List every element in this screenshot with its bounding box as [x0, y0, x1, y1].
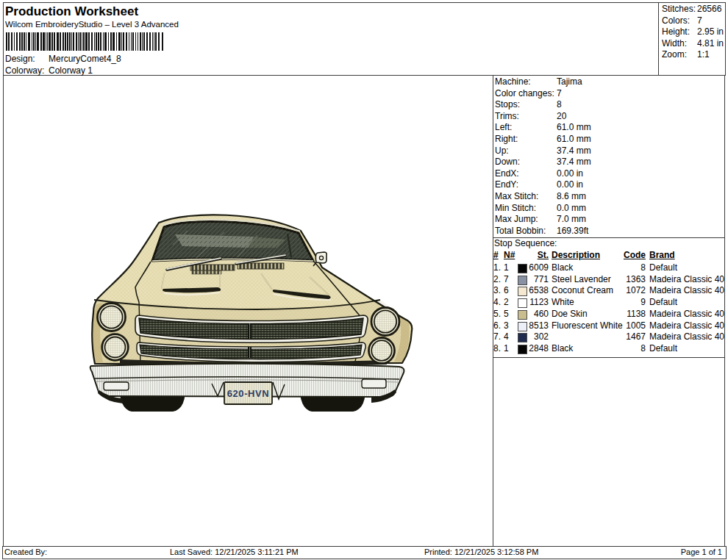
- barcode-icon: [6, 32, 164, 51]
- summary-row: Width:4.81 in: [659, 38, 725, 50]
- stop-stitches: 6009: [523, 262, 549, 273]
- footer-created-by: Created By:: [4, 548, 47, 556]
- stop-stitches: 6538: [523, 285, 549, 295]
- footer-last-saved: Last Saved: 12/21/2025 3:11:21 PM: [170, 548, 299, 556]
- stop-num: 5.: [493, 309, 501, 319]
- machine-info-row: Up:37.4 mm: [493, 146, 724, 157]
- summary-row: Zoom:1:1: [659, 49, 725, 61]
- thread-description: Doe Skin: [552, 309, 588, 319]
- machine-info-label: Down:: [495, 157, 520, 168]
- summary-row: Height:2.95 in: [659, 26, 725, 38]
- machine-info-row: Left:61.0 mm: [493, 122, 724, 134]
- thread-code: 1005: [604, 320, 646, 331]
- thread-code: 9: [604, 297, 646, 307]
- summary-value: 1:1: [697, 49, 710, 61]
- header-box: Production Worksheet Wilcom EmbroiderySt…: [3, 2, 726, 76]
- machine-info-value: 8.6 mm: [557, 191, 586, 203]
- thread-brand: Madeira Classic 40: [649, 320, 724, 331]
- machine-info-label: Machine:: [495, 76, 531, 88]
- machine-info-row: Right:61.0 mm: [493, 134, 724, 146]
- col-header-num: #: [493, 250, 499, 260]
- machine-info-value: 20: [557, 111, 566, 123]
- thread-description: Black: [552, 262, 573, 273]
- thread-brand: Madeira Classic 40: [649, 309, 724, 319]
- col-header-description: Description: [552, 250, 600, 260]
- machine-info-row: Trims:20: [493, 111, 724, 123]
- machine-info-row: Color changes:7: [493, 88, 724, 100]
- machine-info-value: Tajima: [557, 76, 582, 88]
- stop-stitches: 771: [523, 274, 549, 284]
- thread-brand: Default: [649, 343, 677, 353]
- thread-description: Black: [552, 343, 573, 353]
- machine-info-value: 7.0 mm: [557, 214, 586, 226]
- machine-info-label: Max Jump:: [495, 214, 538, 226]
- machine-info-value: 37.4 mm: [557, 157, 591, 168]
- thread-brand: Default: [649, 262, 677, 273]
- machine-info-value: 61.0 mm: [557, 122, 591, 134]
- summary-row: Stitches:26566: [659, 4, 725, 15]
- thread-description: Steel Lavender: [552, 274, 611, 284]
- col-header-stitches: St.: [523, 250, 549, 260]
- machine-info-value: 0.00 in: [557, 168, 583, 180]
- machine-info-row: Down:37.4 mm: [493, 157, 724, 168]
- thread-brand: Default: [649, 297, 677, 307]
- stop-num: 2.: [493, 274, 501, 284]
- col-header-needle: N#: [504, 250, 515, 260]
- footer-bar: Created By: Last Saved: 12/21/2025 3:11:…: [2, 546, 727, 559]
- machine-panel: Machine:TajimaColor changes:7Stops:8Trim…: [493, 76, 725, 546]
- footer-printed: Printed: 12/21/2025 3:12:58 PM: [424, 548, 538, 556]
- stop-num: 3.: [493, 285, 501, 295]
- stop-num: 4.: [493, 297, 501, 307]
- stop-num: 1.: [493, 262, 501, 273]
- stop-needle: 3: [504, 320, 509, 331]
- machine-info-label: EndX:: [495, 168, 519, 180]
- license-plate: 620-HVN: [224, 382, 272, 404]
- stop-num: 8.: [493, 343, 501, 353]
- license-plate-text: 620-HVN: [227, 388, 270, 399]
- summary-value: 2.95 in: [697, 26, 724, 38]
- machine-info-row: EndX:0.00 in: [493, 168, 724, 180]
- summary-value: 7: [697, 15, 702, 27]
- thread-code: 1072: [604, 285, 646, 295]
- machine-info-value: 37.4 mm: [557, 146, 591, 157]
- thread-code: 1363: [604, 274, 646, 284]
- stop-needle: 4: [504, 331, 509, 342]
- page-title: Production Worksheet: [5, 4, 138, 19]
- stop-needle: 2: [504, 297, 509, 307]
- colorway-value: Colorway 1: [49, 65, 93, 76]
- machine-info-label: Max Stitch:: [495, 191, 538, 203]
- stop-needle: 7: [504, 274, 509, 284]
- machine-info-value: 0.0 mm: [557, 203, 586, 215]
- thread-brand: Madeira Classic 40: [649, 331, 724, 342]
- stop-stitches: 460: [523, 309, 549, 319]
- design-row: Design: MercuryComet4_8: [5, 54, 35, 64]
- machine-info-value: 61.0 mm: [557, 134, 591, 146]
- machine-info-label: Trims:: [495, 111, 519, 123]
- design-preview-area: 620-HVN: [3, 76, 493, 546]
- stop-num: 6.: [493, 320, 501, 331]
- machine-info-label: Total Bobbin:: [495, 226, 546, 237]
- design-summary-box: Stitches:26566Colors:7Height:2.95 inWidt…: [658, 2, 726, 76]
- summary-label: Colors:: [662, 15, 690, 27]
- stop-num: 7.: [493, 331, 501, 342]
- stop-sequence-title: Stop Sequence:: [494, 238, 557, 248]
- thread-description: White: [552, 297, 574, 307]
- thread-code: 1138: [604, 309, 646, 319]
- summary-label: Width:: [662, 38, 687, 50]
- machine-info-row: Max Jump:7.0 mm: [493, 214, 724, 226]
- summary-label: Zoom:: [662, 49, 687, 61]
- machine-info-row: EndY:0.00 in: [493, 179, 724, 191]
- stop-needle: 6: [504, 285, 509, 295]
- machine-info-value: 7: [557, 88, 562, 100]
- summary-value: 4.81 in: [697, 38, 724, 50]
- machine-info-label: Right:: [495, 134, 518, 146]
- machine-info-row: Stops:8: [493, 99, 724, 111]
- machine-info-row: Machine:Tajima: [493, 76, 724, 88]
- stop-stitches: 8513: [523, 320, 549, 331]
- thread-code: 8: [604, 343, 646, 353]
- machine-info-section: Machine:TajimaColor changes:7Stops:8Trim…: [493, 76, 724, 238]
- stop-stitches: 302: [523, 331, 549, 342]
- machine-info-label: Up:: [495, 146, 509, 157]
- design-label: Design:: [5, 54, 35, 64]
- machine-info-value: 0.00 in: [557, 179, 583, 191]
